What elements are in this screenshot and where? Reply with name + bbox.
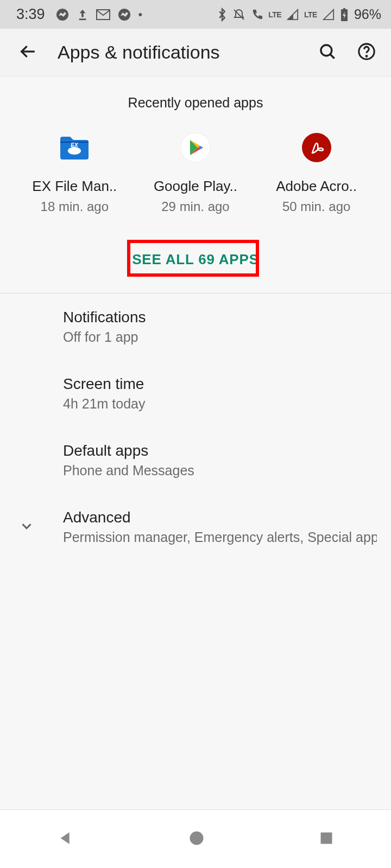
messenger-icon: [56, 8, 69, 21]
app-name: Adobe Acro..: [276, 178, 357, 195]
back-button[interactable]: [14, 38, 41, 67]
recent-app-2[interactable]: Adobe Acro.. 50 min. ago: [260, 132, 374, 214]
nav-home-button[interactable]: [156, 819, 237, 859]
list-subtitle: 4h 21m today: [63, 396, 377, 412]
dnd-icon: [232, 8, 245, 22]
battery-icon: [340, 8, 349, 21]
svg-point-8: [321, 44, 332, 55]
app-name: EX File Man..: [32, 178, 117, 195]
lte-label: LTE: [268, 10, 281, 19]
default-apps-item[interactable]: Default apps Phone and Messages: [0, 427, 391, 494]
gmail-icon: [96, 9, 110, 20]
more-notifications-icon: •: [138, 8, 143, 22]
notifications-item[interactable]: Notifications Off for 1 app: [0, 293, 391, 360]
list-title: Screen time: [63, 375, 377, 393]
app-bar: Apps & notifications: [0, 29, 391, 76]
upload-icon: [77, 8, 89, 21]
signal-icon-2: [323, 9, 335, 21]
nav-back-button[interactable]: [24, 819, 107, 860]
navigation-bar: [0, 809, 391, 868]
ex-file-manager-icon: EX: [59, 132, 90, 163]
messenger-icon: [118, 8, 131, 21]
recent-app-0[interactable]: EX EX File Man.. 18 min. ago: [17, 132, 131, 214]
adobe-acrobat-icon: [301, 132, 332, 163]
chevron-down-icon: [18, 518, 35, 537]
google-play-icon: [180, 132, 211, 163]
screen-time-item[interactable]: Screen time 4h 21m today: [0, 360, 391, 427]
recent-app-1[interactable]: Google Play.. 29 min. ago: [138, 132, 253, 214]
see-all-apps-button[interactable]: SEE ALL 69 APPS: [118, 241, 273, 278]
list-title: Advanced: [63, 509, 377, 526]
status-bar: 3:39 • LTE LTE: [0, 0, 391, 29]
svg-point-16: [190, 831, 204, 845]
help-button[interactable]: [354, 39, 379, 66]
call-icon: [251, 9, 263, 21]
list-subtitle: Permission manager, Emergency alerts, Sp…: [63, 529, 377, 545]
app-time: 18 min. ago: [41, 199, 109, 214]
page-title: Apps & notifications: [58, 42, 315, 63]
list-subtitle: Phone and Messages: [63, 463, 377, 478]
svg-text:EX: EX: [71, 142, 79, 148]
app-time: 29 min. ago: [161, 199, 229, 214]
battery-percent: 96%: [354, 7, 381, 22]
svg-point-12: [68, 147, 81, 155]
search-button[interactable]: [315, 39, 340, 66]
recent-apps-section: Recently opened apps EX EX File Man.. 18…: [0, 95, 391, 293]
app-name: Google Play..: [154, 178, 237, 195]
lte-label: LTE: [304, 10, 317, 19]
recent-apps-header: Recently opened apps: [0, 95, 391, 111]
list-title: Notifications: [63, 309, 377, 326]
svg-point-11: [366, 55, 367, 56]
svg-rect-5: [343, 8, 345, 9]
svg-point-15: [302, 133, 331, 162]
signal-icon-1: [287, 9, 299, 21]
list-subtitle: Off for 1 app: [63, 329, 377, 345]
app-time: 50 min. ago: [282, 199, 350, 214]
list-title: Default apps: [63, 442, 377, 459]
bluetooth-icon: [217, 8, 227, 22]
advanced-item[interactable]: Advanced Permission manager, Emergency a…: [0, 494, 391, 560]
nav-recents-button[interactable]: [286, 820, 367, 859]
svg-rect-17: [321, 832, 332, 844]
status-clock: 3:39: [16, 6, 45, 23]
svg-line-9: [330, 54, 335, 58]
svg-rect-1: [79, 18, 86, 20]
